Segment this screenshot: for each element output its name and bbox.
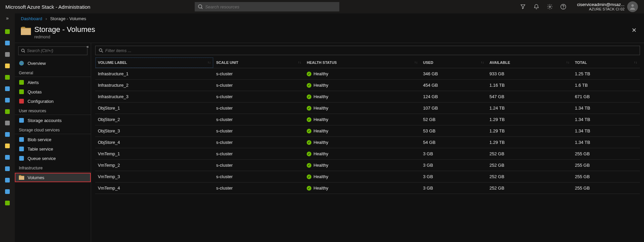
svg-rect-13: [19, 137, 24, 142]
product-title: Microsoft Azure Stack - Administration: [5, 4, 90, 10]
avatar: [627, 1, 638, 12]
table-row[interactable]: Infrastructure_3s-cluster✓Healthy124 GB5…: [95, 91, 640, 103]
page-subtitle: redmond: [34, 35, 95, 39]
cell-volume-label: VmTemp_2: [95, 160, 214, 171]
settings-icon[interactable]: [547, 4, 553, 10]
table-row[interactable]: Infrastructure_2s-cluster✓Healthy454 GB1…: [95, 80, 640, 91]
cell-used: 107 GB: [420, 103, 487, 114]
cell-volume-label: VmTemp_4: [95, 183, 214, 194]
cell-volume-label: VmTemp_1: [95, 148, 214, 160]
col-health-status[interactable]: HEALTH STATUS↑↓: [304, 57, 420, 68]
rail-cube-icon[interactable]: [4, 85, 11, 92]
cell-scale-unit: s-cluster: [214, 68, 304, 80]
close-blade-button[interactable]: ✕: [630, 25, 638, 35]
sidebar-item-label: Blob service: [28, 137, 51, 142]
sort-icon: ↑↓: [634, 61, 637, 64]
col-available[interactable]: AVAILABLE↑↓: [487, 57, 572, 68]
sidebar-item-configuration[interactable]: Configuration: [15, 96, 91, 106]
cell-total: 1.34 TB: [572, 103, 640, 114]
user-menu[interactable]: ciserviceadmin@msaz... AZURE STACK CI 02: [577, 1, 638, 12]
table-row[interactable]: VmTemp_3s-cluster✓Healthy3 GB252 GB255 G…: [95, 171, 640, 183]
notifications-icon[interactable]: [533, 4, 539, 10]
cell-total: 1.6 TB: [572, 80, 640, 91]
rail-diamond-icon[interactable]: [4, 108, 11, 115]
cell-available: 1.29 TB: [487, 114, 572, 125]
help-icon[interactable]: [560, 4, 566, 10]
table-row[interactable]: VmTemp_2s-cluster✓Healthy3 GB252 GB255 G…: [95, 160, 640, 171]
sidebar-item-label: Overview: [28, 61, 46, 66]
rail-box-icon[interactable]: [4, 120, 11, 126]
filter-input[interactable]: [105, 48, 636, 53]
collapse-menu-icon[interactable]: «: [86, 44, 89, 49]
table-row[interactable]: ObjStore_1s-cluster✓Healthy107 GB1.24 TB…: [95, 103, 640, 114]
health-ok-icon: ✓: [307, 106, 311, 111]
col-total[interactable]: TOTAL↑↓: [572, 57, 640, 68]
table-row[interactable]: ObjStore_2s-cluster✓Healthy52 GB1.29 TB1…: [95, 114, 640, 125]
sidebar-item-table-service[interactable]: Table service: [15, 144, 91, 154]
svg-rect-9: [19, 80, 24, 85]
table-row[interactable]: VmTemp_4s-cluster✓Healthy3 GB252 GB255 G…: [95, 183, 640, 194]
filter-icon[interactable]: [520, 4, 526, 10]
rail-monitor-icon[interactable]: [4, 97, 11, 104]
cell-health: ✓Healthy: [304, 125, 420, 137]
icon-rail: »: [0, 13, 15, 242]
cell-used: 3 GB: [420, 183, 487, 194]
sidebar-group-label: General: [15, 68, 91, 77]
cell-available: 252 GB: [487, 148, 572, 160]
sidebar-item-overview[interactable]: Overview: [15, 58, 91, 68]
rail-tag-icon[interactable]: [4, 165, 11, 172]
svg-rect-12: [19, 118, 24, 123]
cell-scale-unit: s-cluster: [214, 125, 304, 137]
menu-search-input[interactable]: [27, 48, 84, 53]
expand-rail-icon[interactable]: »: [6, 15, 9, 21]
svg-line-1: [201, 8, 202, 9]
rail-list-icon[interactable]: [4, 51, 11, 58]
col-used[interactable]: USED↑↓: [420, 57, 487, 68]
rail-time-icon[interactable]: [4, 188, 11, 195]
volumes-table: VOLUME LABEL↑↓SCALE UNIT↑↓HEALTH STATUS↑…: [95, 57, 640, 194]
table-row[interactable]: ObjStore_4s-cluster✓Healthy54 GB1.29 TB1…: [95, 137, 640, 148]
sidebar-item-volumes[interactable]: Volumes: [15, 173, 91, 182]
table-row[interactable]: VmTemp_1s-cluster✓Healthy3 GB252 GB255 G…: [95, 148, 640, 160]
filter-box[interactable]: [95, 46, 640, 55]
sidebar-item-storage-accounts[interactable]: Storage accounts: [15, 116, 91, 125]
sidebar-item-blob-service[interactable]: Blob service: [15, 135, 91, 144]
cell-available: 1.16 TB: [487, 80, 572, 91]
svg-rect-15: [19, 156, 24, 161]
cell-volume-label: ObjStore_1: [95, 103, 214, 114]
rail-dashboard-icon[interactable]: [4, 40, 11, 46]
cell-available: 1.24 TB: [487, 103, 572, 114]
rail-code-icon[interactable]: [4, 131, 11, 138]
cell-health: ✓Healthy: [304, 114, 420, 125]
cell-available: 1.29 TB: [487, 125, 572, 137]
cell-scale-unit: s-cluster: [214, 183, 304, 194]
breadcrumb-root[interactable]: Dashboard: [21, 16, 42, 21]
global-search-input[interactable]: [205, 4, 336, 9]
rail-grid-icon[interactable]: [4, 74, 11, 81]
rail-db-icon[interactable]: [4, 177, 11, 184]
table-row[interactable]: Infrastructure_1s-cluster✓Healthy346 GB9…: [95, 68, 640, 80]
svg-point-4: [563, 8, 564, 8]
cell-used: 52 GB: [420, 114, 487, 125]
sort-icon: ↑↓: [481, 61, 484, 64]
svg-rect-11: [19, 99, 24, 104]
sidebar-item-label: Table service: [28, 147, 53, 152]
global-search[interactable]: [195, 2, 339, 11]
rail-list2-icon[interactable]: [4, 154, 11, 161]
sidebar-item-alerts[interactable]: Alerts: [15, 78, 91, 87]
col-scale-unit[interactable]: SCALE UNIT↑↓: [214, 57, 304, 68]
menu-search[interactable]: [18, 46, 87, 55]
table-row[interactable]: ObjStore_3s-cluster✓Healthy53 GB1.29 TB1…: [95, 125, 640, 137]
sidebar-item-queue-service[interactable]: Queue service: [15, 154, 91, 163]
rail-clock-icon[interactable]: [4, 143, 11, 149]
rail-plus-icon[interactable]: [4, 28, 11, 35]
storage-icon: [19, 118, 24, 123]
cell-scale-unit: s-cluster: [214, 148, 304, 160]
sidebar-item-label: Storage accounts: [28, 118, 62, 123]
col-volume-label[interactable]: VOLUME LABEL↑↓: [95, 57, 214, 68]
health-ok-icon: ✓: [307, 83, 311, 88]
rail-star-icon[interactable]: [4, 63, 11, 69]
quota-icon: [19, 89, 24, 94]
rail-box2-icon[interactable]: [4, 200, 11, 206]
sidebar-item-quotas[interactable]: Quotas: [15, 87, 91, 96]
